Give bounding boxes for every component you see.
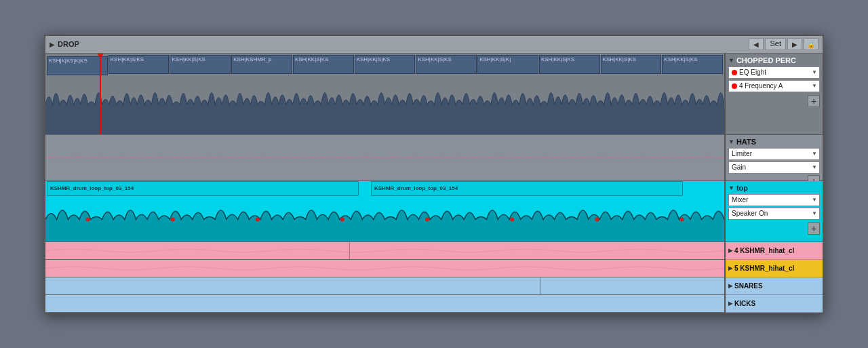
play-icon-kicks: ▶ <box>728 301 732 307</box>
hats-dotted-line <box>45 157 724 158</box>
sidebar-track-5: ▶ 5 KSHMR_hihat_cl <box>726 260 823 277</box>
svg-rect-13 <box>45 295 724 312</box>
play-icon[interactable]: ▶ <box>50 41 55 48</box>
sidebar-track-kicks: ▶ KICKS <box>726 295 823 313</box>
clip-block[interactable]: KSH|KK|S|KS <box>170 55 231 74</box>
dropdown-arrow-icon: ▼ <box>812 69 817 75</box>
track-row-hats <box>45 135 724 181</box>
freq-a-dropdown[interactable]: 4 Frequency A ▼ <box>728 80 820 92</box>
svg-point-7 <box>679 217 684 221</box>
dropdown-arrow-icon: ▼ <box>812 197 817 203</box>
sidebar-top: ▼ top Mixer ▼ Speaker On ▼ + <box>726 181 823 242</box>
play-icon-4: ▶ <box>728 248 732 254</box>
svg-point-2 <box>256 217 260 221</box>
svg-point-3 <box>340 217 344 221</box>
top-clip-2[interactable]: KSHMR_drum_loop_top_03_154 <box>371 181 683 196</box>
sidebar-hats: ▼ HATS Limiter ▼ Gain ▼ + <box>726 135 823 181</box>
sidebar-track-4: ▶ 4 KSHMR_hihat_cl <box>726 242 823 260</box>
clip-block[interactable]: KSH|K|KS|K|KS <box>47 56 108 75</box>
dropdown-arrow-icon: ▼ <box>812 151 817 157</box>
limiter-dropdown[interactable]: Limiter ▼ <box>728 148 820 160</box>
svg-point-6 <box>595 217 599 221</box>
track-row-chopped-perc: KSH|K|KS|K|KS KSH|KK|S|KS KSH|KK|S|KS KS… <box>45 54 724 135</box>
dropdown-arrow-icon: ▼ <box>812 210 817 216</box>
hats-title: ▼ HATS <box>728 138 820 146</box>
svg-point-5 <box>510 217 514 221</box>
dropdown-arrow-icon: ▼ <box>812 83 817 89</box>
playhead <box>100 54 101 134</box>
nav-left-btn[interactable]: ◀ <box>749 38 764 50</box>
clip-block[interactable]: KSH|KK|S|KS <box>416 55 477 74</box>
clip-block[interactable]: KSH|KK|S|KS <box>601 55 662 74</box>
chopped-perc-title: ▼ CHOPPED PERC <box>728 56 820 64</box>
top-bar: ▶ DROP ◀ Set ▶ 🔒 <box>45 36 823 54</box>
svg-rect-11 <box>45 277 724 294</box>
eq-eight-dropdown[interactable]: EQ Eight ▼ <box>728 66 820 79</box>
svg-point-4 <box>425 217 429 221</box>
sidebar-track-snares: ▶ SNARES <box>726 277 823 295</box>
clip-block[interactable]: KSH|KK|S|KS <box>539 55 600 74</box>
clip-block[interactable]: KSH|KK|S|KS <box>355 55 416 74</box>
speaker-on-dropdown[interactable]: Speaker On ▼ <box>728 208 820 220</box>
top-title: ▼ top <box>728 184 820 192</box>
daw-container: ▶ DROP ◀ Set ▶ 🔒 KSH|K|KS|K|KS KSH|KK|S|… <box>44 35 824 314</box>
sidebar-chopped-perc: ▼ CHOPPED PERC EQ Eight ▼ 4 Frequency A … <box>726 54 823 135</box>
clip-block[interactable]: KSH|KSHMR_p <box>231 55 292 74</box>
waveform-top <box>45 197 724 241</box>
svg-point-1 <box>171 217 175 221</box>
arrangement-title: DROP <box>58 40 749 48</box>
triangle-icon: ▼ <box>728 138 734 145</box>
clip-block[interactable]: KSH|KK|S|KS <box>108 55 170 74</box>
lock-btn[interactable]: 🔒 <box>804 38 818 50</box>
clip-block[interactable]: KSH|KK|S|K| <box>477 55 538 74</box>
set-btn[interactable]: Set <box>765 38 786 50</box>
track-row-kicks <box>45 295 724 313</box>
mixer-dropdown[interactable]: Mixer ▼ <box>728 194 820 206</box>
sidebar: ▼ CHOPPED PERC EQ Eight ▼ 4 Frequency A … <box>724 54 823 313</box>
tracks-area: KSH|K|KS|K|KS KSH|KK|S|KS KSH|KK|S|KS KS… <box>45 54 724 313</box>
main-area: KSH|K|KS|K|KS KSH|KK|S|KS KSH|KK|S|KS KS… <box>45 54 823 313</box>
clip-block[interactable]: KSH|KK|S|KS <box>662 55 723 74</box>
track-row-snares <box>45 277 724 295</box>
play-icon-5: ▶ <box>728 265 732 271</box>
nav-right-btn[interactable]: ▶ <box>787 38 802 50</box>
triangle-icon: ▼ <box>728 185 734 191</box>
track-row-5 <box>45 260 724 277</box>
triangle-icon: ▼ <box>728 57 734 64</box>
svg-point-0 <box>85 217 90 221</box>
top-bar-controls: ◀ Set ▶ 🔒 <box>749 38 818 50</box>
clip-block[interactable]: KSH|KK|S|KS <box>293 55 354 74</box>
add-effect-btn-chopped[interactable]: + <box>808 95 820 107</box>
track-row-top: KSHMR_drum_loop_top_03_154 KSHMR_drum_lo… <box>45 181 724 242</box>
gain-dropdown[interactable]: Gain ▼ <box>728 161 820 174</box>
dropdown-arrow-icon: ▼ <box>812 164 817 170</box>
track-row-4 <box>45 242 724 260</box>
add-effect-btn-top[interactable]: + <box>808 223 820 235</box>
top-clip-1[interactable]: KSHMR_drum_loop_top_03_154 <box>47 181 359 196</box>
play-icon-snares: ▶ <box>728 283 732 289</box>
waveform-chopped: // This is inside SVG, won't execute. Us… <box>45 75 724 134</box>
